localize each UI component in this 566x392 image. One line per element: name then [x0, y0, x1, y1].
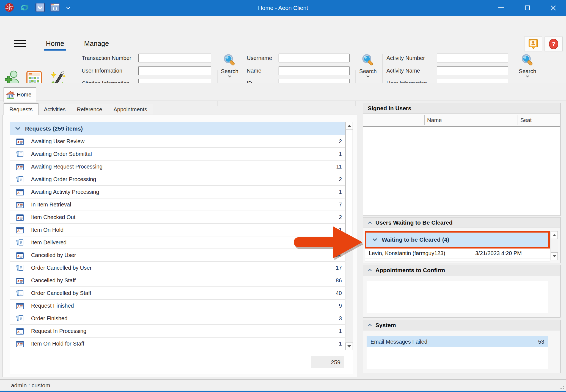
- scroll-up-button[interactable]: [345, 122, 353, 130]
- request-status-label: In Item Retrieval: [31, 201, 71, 208]
- request-status-count: 1: [339, 341, 342, 347]
- request-status-row[interactable]: A Item Checked Out 2: [10, 211, 345, 224]
- waiting-user-row[interactable]: Levin, Konstantin (farmguy123) 3/21/2023…: [365, 249, 550, 258]
- request-status-row[interactable]: Order Finished 3: [10, 312, 345, 325]
- collapse-chevron-icon: [15, 127, 21, 130]
- user-information-input[interactable]: [138, 66, 211, 75]
- request-form-icon: A: [16, 214, 24, 221]
- appointments-header[interactable]: Appointments to Confirm: [363, 265, 560, 275]
- request-status-count: 1: [339, 328, 342, 334]
- request-status-label: Cancelled by Staff: [31, 277, 76, 284]
- svg-text:A: A: [17, 330, 20, 333]
- tab-home-document[interactable]: Home: [4, 87, 36, 102]
- minimize-button[interactable]: [494, 0, 508, 16]
- request-status-count: 2: [339, 214, 342, 220]
- column-name[interactable]: Name: [427, 114, 442, 127]
- svg-text:A: A: [17, 166, 20, 169]
- search-users-button[interactable]: Search: [358, 53, 378, 78]
- search-activities-button[interactable]: Search: [517, 53, 538, 78]
- request-status-row[interactable]: Awaiting Order Processing 2: [10, 173, 345, 186]
- svg-text:A: A: [17, 191, 20, 194]
- waiting-empty-row: [365, 258, 550, 261]
- request-status-label: Order Finished: [31, 315, 67, 322]
- tab-requests[interactable]: Requests: [4, 103, 39, 115]
- waiting-to-be-cleared-group-row[interactable]: Waiting to be Cleared (4): [365, 231, 550, 249]
- request-status-count: 1: [339, 227, 342, 233]
- request-status-count: 2: [339, 138, 342, 145]
- maximize-button[interactable]: [521, 0, 534, 16]
- requests-panel: Requests (259 items) A: [2, 115, 357, 377]
- request-form-icon: A: [16, 252, 24, 259]
- request-status-label: Order Cancelled by Staff: [31, 290, 91, 296]
- tab-appointments[interactable]: Appointments: [108, 104, 153, 115]
- request-status-count: 9: [339, 303, 342, 309]
- request-status-count: 64: [336, 252, 342, 258]
- search-dropdown-icon: [366, 75, 370, 78]
- request-status-count: 2: [339, 176, 342, 183]
- request-status-row[interactable]: A Cancelled by User 64: [10, 249, 345, 262]
- home-icon: [6, 91, 15, 99]
- system-header[interactable]: System: [363, 320, 560, 330]
- request-status-count: 3: [339, 315, 342, 322]
- search-icon: [361, 53, 375, 67]
- resize-grip-icon[interactable]: [558, 383, 564, 389]
- request-form-icon: A: [16, 188, 24, 196]
- transaction-number-input[interactable]: [138, 54, 211, 62]
- scroll-thumb[interactable]: [345, 130, 353, 238]
- document-tab-strip: Home: [0, 83, 566, 101]
- activity-number-input[interactable]: [437, 54, 508, 62]
- order-pages-icon: [16, 150, 24, 158]
- user-information-label: User Information: [82, 68, 122, 74]
- search-requests-button[interactable]: Search: [219, 53, 240, 78]
- request-form-icon: A: [16, 226, 24, 234]
- request-status-row[interactable]: Awaiting Order Submittal 1: [10, 148, 345, 161]
- request-status-row[interactable]: A Awaiting User Review 2: [10, 135, 345, 148]
- close-button[interactable]: [547, 0, 560, 16]
- request-status-row[interactable]: Order Cancelled by User 17: [10, 262, 345, 274]
- order-pages-icon: [16, 315, 24, 322]
- username-label: Username: [247, 55, 272, 61]
- tab-activities[interactable]: Activities: [38, 104, 72, 115]
- activity-name-label: Activity Name: [386, 68, 420, 74]
- users-waiting-scrollbar[interactable]: [551, 231, 558, 260]
- request-status-row[interactable]: A Request Finished 9: [10, 300, 345, 312]
- name-label: Name: [247, 68, 261, 74]
- request-status-row[interactable]: A Item On Hold 1: [10, 224, 345, 236]
- request-status-row[interactable]: A In Item Retrieval 7: [10, 198, 345, 211]
- appointments-section: Appointments to Confirm: [363, 265, 560, 318]
- titlebar: Home - Aeon Client: [0, 0, 566, 16]
- activity-name-input[interactable]: [437, 66, 508, 75]
- ribbon: Home Manage ? User: [0, 16, 566, 83]
- request-status-row[interactable]: A Cancelled by Staff 86: [10, 274, 345, 287]
- requests-group-header[interactable]: Requests (259 items): [10, 122, 345, 135]
- logged-in-user: admin : custom: [11, 380, 50, 391]
- order-pages-icon: [16, 264, 24, 272]
- request-form-icon: A: [16, 277, 24, 284]
- request-status-label: Item On Hold: [31, 227, 64, 233]
- transaction-number-label: Transaction Number: [82, 55, 131, 61]
- scroll-up-button[interactable]: [551, 231, 558, 239]
- request-status-row[interactable]: Order Cancelled by Staff 40: [10, 287, 345, 300]
- svg-text:A: A: [17, 305, 20, 308]
- email-messages-failed-row[interactable]: Email Messages Failed 53: [367, 336, 548, 347]
- users-waiting-header[interactable]: Users Waiting to Be Cleared: [363, 217, 560, 228]
- name-input[interactable]: [279, 66, 350, 75]
- request-status-row[interactable]: A Awaiting Request Processing 11: [10, 161, 345, 173]
- svg-text:A: A: [17, 229, 20, 232]
- left-panel-tabs: Requests Activities Reference Appointmen…: [4, 103, 153, 115]
- request-status-label: Awaiting Activity Processing: [31, 189, 99, 195]
- scroll-down-button[interactable]: [551, 252, 558, 260]
- window-title: Home - Aeon Client: [0, 0, 566, 16]
- request-status-row[interactable]: A Awaiting Activity Processing 1: [10, 186, 345, 198]
- collapse-up-chevron-icon: [368, 221, 372, 224]
- scroll-down-button[interactable]: [345, 343, 353, 350]
- order-pages-icon: [16, 289, 24, 297]
- requests-scrollbar[interactable]: [345, 122, 353, 350]
- request-form-icon: A: [16, 201, 24, 208]
- username-input[interactable]: [279, 54, 350, 62]
- request-status-row[interactable]: Item Delivered: [10, 236, 345, 249]
- request-status-row[interactable]: A Request In Processing 1: [10, 325, 345, 338]
- column-seat[interactable]: Seat: [520, 114, 532, 127]
- tab-reference[interactable]: Reference: [71, 104, 108, 115]
- request-status-row[interactable]: A Item On Hold for Staff 1: [10, 338, 345, 350]
